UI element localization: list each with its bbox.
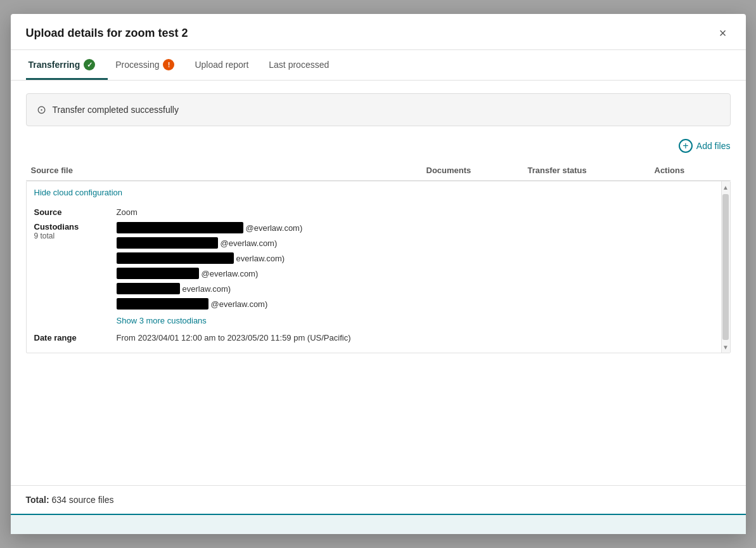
custodians-label: Custodians <box>34 222 117 232</box>
custodian-redacted-1 <box>117 222 243 233</box>
custodian-suffix-6: @everlaw.com) <box>211 299 268 309</box>
success-message: Transfer completed successfully <box>53 105 179 115</box>
tab-transferring[interactable]: Transferring ✓ <box>26 50 108 80</box>
col-documents: Documents <box>426 166 528 175</box>
add-files-row: + Add files <box>26 139 731 153</box>
custodian-redacted-6 <box>117 298 208 310</box>
custodian-redacted-2 <box>117 237 218 249</box>
tab-processing-label: Processing <box>115 60 159 70</box>
scroll-down-arrow[interactable]: ▼ <box>721 341 730 353</box>
custodians-section: Custodians 9 total @everlaw.com) <box>34 219 722 328</box>
list-item: everlaw.com) <box>117 252 722 264</box>
date-range-value: From 2023/04/01 12:00 am to 2023/05/20 1… <box>117 333 722 342</box>
source-value: Zoom <box>117 207 722 217</box>
list-item: @everlaw.com) <box>117 268 722 279</box>
source-label: Source <box>34 207 117 217</box>
success-banner: ⊙ Transfer completed successfully <box>26 93 731 126</box>
tab-last-processed-label: Last processed <box>269 60 329 70</box>
close-button[interactable]: × <box>715 25 731 41</box>
footer-total-label: Total: <box>26 495 49 505</box>
col-actions: Actions <box>655 166 731 175</box>
tab-upload-report[interactable]: Upload report <box>192 51 261 79</box>
modal-header: Upload details for zoom test 2 × <box>11 14 746 50</box>
scroll-thumb[interactable] <box>722 194 729 340</box>
transferring-badge: ✓ <box>84 59 95 70</box>
add-files-icon: + <box>679 139 693 153</box>
modal-footer: Total: 634 source files <box>11 485 746 514</box>
add-files-label: Add files <box>696 141 731 151</box>
tab-upload-report-label: Upload report <box>195 60 248 70</box>
list-item: @everlaw.com) <box>117 298 722 310</box>
custodian-suffix-4: @everlaw.com) <box>202 269 259 278</box>
list-item: everlaw.com) <box>117 283 722 294</box>
custodian-redacted-4 <box>117 268 199 279</box>
tab-last-processed[interactable]: Last processed <box>266 51 342 79</box>
table-content: Hide cloud configuration Source Zoom Cus… <box>26 181 731 353</box>
table-header: Source file Documents Transfer status Ac… <box>26 160 731 181</box>
table-inner: Hide cloud configuration Source Zoom Cus… <box>27 181 730 353</box>
custodian-suffix-1: @everlaw.com) <box>246 223 303 233</box>
config-details: Source Zoom Custodians 9 total <box>27 202 730 353</box>
modal-overlay: Upload details for zoom test 2 × Transfe… <box>0 0 756 548</box>
config-source-row: Source Zoom <box>34 205 722 219</box>
custodians-left: Custodians 9 total <box>34 222 117 240</box>
custodians-count: 9 total <box>34 232 117 240</box>
custodian-suffix-2: @everlaw.com) <box>221 238 278 248</box>
add-files-button[interactable]: + Add files <box>679 139 731 153</box>
tab-processing[interactable]: Processing ! <box>113 50 187 80</box>
upload-details-modal: Upload details for zoom test 2 × Transfe… <box>11 14 746 534</box>
tabs-bar: Transferring ✓ Processing ! Upload repor… <box>11 50 746 81</box>
col-source-file: Source file <box>31 166 426 175</box>
custodian-redacted-5 <box>117 283 180 294</box>
custodian-suffix-3: everlaw.com) <box>236 254 285 263</box>
modal-body: ⊙ Transfer completed successfully + Add … <box>11 81 746 485</box>
custodians-list: @everlaw.com) @everlaw.com) <box>117 222 722 325</box>
list-item: @everlaw.com) <box>117 237 722 249</box>
custodian-redacted-3 <box>117 252 234 264</box>
show-more-custodians-link[interactable]: Show 3 more custodians <box>117 316 722 325</box>
footer-total-value: 634 source files <box>51 495 113 505</box>
bottom-hint-bar <box>11 514 746 534</box>
config-date-range-row: Date range From 2023/04/01 12:00 am to 2… <box>34 328 722 345</box>
custodian-suffix-5: everlaw.com) <box>183 284 231 294</box>
scrollbar[interactable]: ▲ ▼ <box>721 181 730 353</box>
scroll-up-arrow[interactable]: ▲ <box>721 181 730 193</box>
list-item: @everlaw.com) <box>117 222 722 233</box>
tab-transferring-label: Transferring <box>29 60 80 70</box>
processing-badge: ! <box>163 59 174 70</box>
modal-title: Upload details for zoom test 2 <box>26 27 188 40</box>
success-icon: ⊙ <box>37 103 46 117</box>
col-transfer-status: Transfer status <box>528 166 655 175</box>
footer-total: Total: 634 source files <box>26 495 114 505</box>
hide-cloud-config-link[interactable]: Hide cloud configuration <box>27 181 730 202</box>
date-range-label: Date range <box>34 333 117 342</box>
